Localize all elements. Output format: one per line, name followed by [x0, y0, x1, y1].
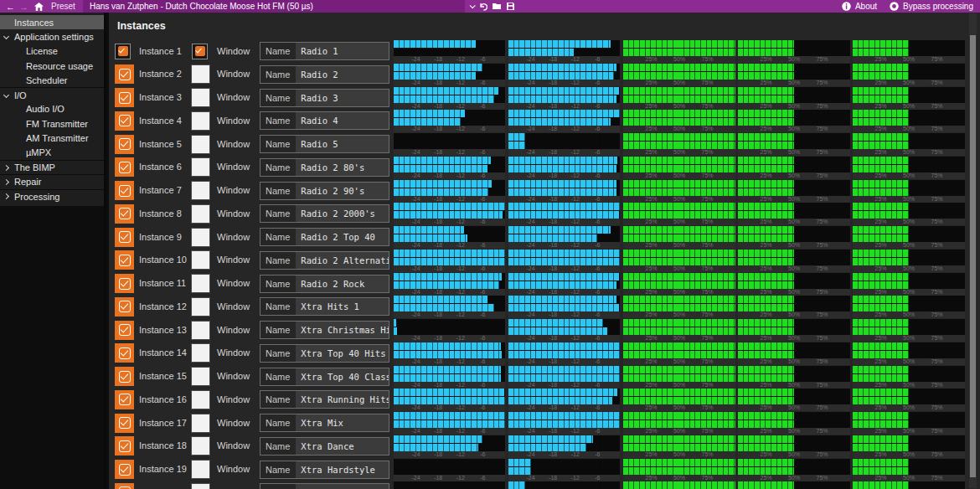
instance-enabled-checkbox[interactable] — [115, 297, 134, 317]
window-checkbox[interactable] — [192, 322, 209, 339]
sidebar-item-am-transmitter[interactable]: AM Transmitter — [0, 131, 104, 145]
window-checkbox[interactable] — [192, 136, 209, 153]
window-checkbox[interactable] — [192, 158, 209, 176]
name-input[interactable]: Radio 2 Top 40 — [296, 229, 389, 245]
instance-enabled-checkbox[interactable] — [115, 460, 134, 479]
name-field[interactable]: NameRadio 2 80's — [260, 158, 389, 177]
sidebar-item-fm-transmitter[interactable]: FM Transmitter — [0, 116, 104, 131]
sidebar-item-processing[interactable]: Processing — [0, 189, 104, 203]
name-input[interactable]: Xtra Top 40 Classic — [296, 368, 389, 385]
instance-enabled-checkbox[interactable] — [115, 204, 134, 224]
sidebar-item-mpx[interactable]: µMPX — [0, 146, 104, 160]
bypass-processing-button[interactable]: Bypass processing — [903, 2, 973, 11]
window-checkbox[interactable] — [192, 112, 209, 130]
instance-enabled-checkbox[interactable] — [115, 64, 134, 84]
sidebar-item-instances[interactable]: Instances — [0, 15, 104, 29]
chevron-down-icon[interactable] — [4, 34, 13, 39]
name-field[interactable]: NameRadio 4 — [260, 111, 389, 130]
instance-enabled-checkbox[interactable] — [115, 274, 134, 293]
vertical-scrollbar[interactable] — [969, 13, 977, 488]
name-field[interactable]: NameRadio 2 Top 40 — [260, 228, 389, 246]
sidebar-item-i-o[interactable]: I/O — [0, 87, 104, 101]
instance-enabled-checkbox[interactable] — [115, 157, 134, 177]
window-checkbox[interactable] — [192, 414, 209, 432]
name-input[interactable]: Xtra Dance — [296, 438, 389, 455]
name-field[interactable]: NameRadio 2 90's — [260, 182, 389, 200]
name-input[interactable]: Radio 5 — [296, 136, 389, 152]
name-field[interactable]: NameRadio 2 2000's — [260, 204, 389, 223]
name-field[interactable]: NameRadio 2 — [260, 65, 389, 84]
instance-enabled-checkbox[interactable] — [115, 135, 134, 154]
name-field[interactable]: NameXtra Hardstyle — [260, 461, 389, 479]
name-field[interactable]: NameRadio 1 — [260, 42, 389, 60]
window-checkbox[interactable] — [192, 391, 209, 409]
undo-icon[interactable] — [479, 0, 487, 13]
sidebar-item-scheduler[interactable]: Scheduler — [0, 73, 104, 87]
sidebar-item-repair[interactable]: Repair — [0, 174, 104, 188]
chevron-right-icon[interactable] — [4, 166, 13, 170]
open-folder-icon[interactable] — [493, 0, 502, 13]
window-checkbox[interactable] — [192, 251, 209, 269]
chevron-right-icon[interactable] — [4, 180, 13, 184]
name-input[interactable]: Xtra Running Hits — [296, 391, 389, 408]
window-checkbox[interactable] — [192, 65, 209, 83]
name-field[interactable]: NameXtra Christmas Hits — [260, 321, 389, 339]
window-checkbox[interactable] — [192, 298, 209, 316]
window-checkbox[interactable] — [192, 368, 209, 385]
name-input[interactable]: Radio 4 — [296, 112, 389, 129]
instance-enabled-checkbox[interactable] — [115, 367, 134, 386]
name-field[interactable]: NameXtra Running Hits — [260, 390, 389, 409]
chevron-down-icon[interactable] — [4, 93, 13, 97]
name-field[interactable]: NameXtra Mix — [260, 414, 389, 432]
instance-enabled-checkbox[interactable] — [115, 414, 134, 433]
name-field[interactable]: NameXtra Hits 1 — [260, 297, 389, 316]
name-input[interactable]: Xtra Mix — [296, 414, 389, 431]
instance-enabled-checkbox[interactable] — [115, 111, 134, 131]
save-icon[interactable] — [507, 0, 514, 13]
chevron-down-icon[interactable] — [470, 3, 476, 8]
instance-enabled-checkbox[interactable] — [115, 228, 134, 247]
name-field[interactable]: Name — [260, 483, 389, 489]
instance-enabled-checkbox[interactable] — [115, 436, 134, 456]
name-field[interactable]: NameRadio 3 — [260, 89, 389, 107]
name-field[interactable]: NameXtra Top 40 Hits — [260, 344, 389, 363]
name-input[interactable]: Radio 3 — [296, 90, 389, 106]
name-field[interactable]: NameXtra Top 40 Classic — [260, 368, 389, 386]
name-input[interactable]: Radio 2 90's — [296, 183, 389, 199]
instance-enabled-checkbox[interactable] — [115, 343, 134, 363]
sidebar-item-the-bimp[interactable]: The BIMP — [0, 160, 104, 174]
about-icon[interactable] — [842, 0, 851, 13]
name-input[interactable]: Xtra Hardstyle — [296, 461, 389, 478]
home-icon[interactable] — [34, 0, 44, 13]
name-input[interactable]: Radio 2 Alternative — [296, 252, 389, 269]
name-field[interactable]: NameXtra Dance — [260, 437, 389, 456]
sidebar-item-license[interactable]: License — [0, 44, 104, 59]
instance-enabled-checkbox[interactable] — [115, 483, 134, 489]
window-checkbox[interactable] — [192, 484, 209, 489]
name-input[interactable]: Radio 2 80's — [296, 159, 389, 176]
name-input[interactable] — [296, 484, 389, 489]
window-checkbox[interactable] — [192, 461, 209, 478]
sidebar-item-application-settings[interactable]: Application settings — [0, 29, 104, 44]
about-button[interactable]: About — [855, 2, 877, 11]
forward-icon[interactable]: → — [19, 0, 28, 13]
instance-enabled-checkbox[interactable] — [115, 250, 134, 270]
instance-enabled-checkbox[interactable] — [115, 321, 134, 340]
back-icon[interactable]: ← — [6, 0, 15, 13]
preset-name-field[interactable]: Hans van Zutphen - Dutch Chocolate Moose… — [83, 0, 465, 13]
window-checkbox[interactable] — [192, 44, 208, 59]
name-input[interactable]: Radio 2 2000's — [296, 205, 389, 222]
name-field[interactable]: NameRadio 2 Alternative — [260, 251, 389, 270]
name-input[interactable]: Xtra Top 40 Hits — [296, 345, 389, 362]
name-field[interactable]: NameRadio 2 Rock — [260, 275, 389, 293]
sidebar-item-resource-usage[interactable]: Resource usage — [0, 59, 104, 73]
name-input[interactable]: Xtra Christmas Hits — [296, 322, 389, 338]
name-input[interactable]: Radio 1 — [296, 43, 389, 59]
window-checkbox[interactable] — [192, 437, 209, 455]
window-checkbox[interactable] — [192, 205, 209, 223]
window-checkbox[interactable] — [192, 229, 209, 246]
bypass-icon[interactable] — [890, 0, 899, 13]
window-checkbox[interactable] — [192, 275, 209, 292]
name-field[interactable]: NameRadio 5 — [260, 135, 389, 153]
instance-enabled-checkbox[interactable] — [115, 44, 131, 59]
